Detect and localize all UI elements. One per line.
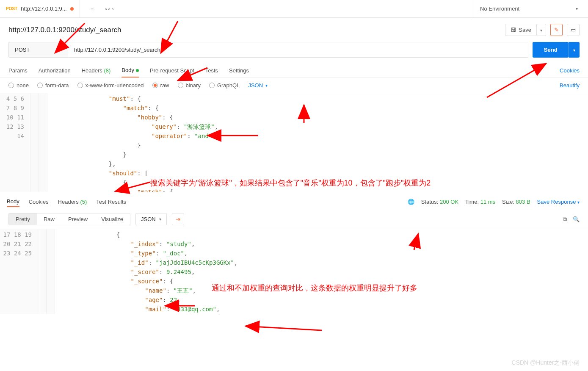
- tab-params[interactable]: Params: [8, 64, 28, 77]
- tab-title: http://127.0.0.1:9...: [21, 6, 66, 12]
- tab-headers[interactable]: Headers (8): [82, 64, 111, 77]
- view-mode-segment: Pretty Raw Preview Visualize: [8, 213, 130, 225]
- wrap-lines-icon[interactable]: ⇥: [172, 213, 184, 225]
- fold-column2: [47, 229, 55, 314]
- tab-authorization[interactable]: Authorization: [39, 64, 71, 77]
- tab-settings[interactable]: Settings: [229, 64, 249, 77]
- resp-tab-tests[interactable]: Test Results: [96, 197, 126, 207]
- request-header: http://127.0.0.1:9200/study/_search 🖫 Sa…: [0, 18, 588, 42]
- radio-none[interactable]: none: [8, 82, 29, 89]
- body-type-row: none form-data x-www-form-urlencoded raw…: [0, 78, 588, 93]
- send-button[interactable]: Send: [533, 42, 569, 58]
- cookies-link[interactable]: Cookies: [560, 67, 580, 74]
- seg-preview[interactable]: Preview: [61, 213, 94, 225]
- request-tabs: Params Authorization Headers (8) Body Pr…: [0, 64, 588, 78]
- body-active-dot-icon: [136, 69, 139, 72]
- url-input[interactable]: http://127.0.0.1:9200/study/_search: [68, 42, 528, 58]
- tab-method: POST: [6, 6, 17, 11]
- tab-body[interactable]: Body: [121, 64, 139, 78]
- search-icon[interactable]: 🔍: [573, 216, 580, 223]
- radio-raw[interactable]: raw: [152, 82, 169, 89]
- radio-formdata[interactable]: form-data: [37, 82, 69, 89]
- save-dropdown[interactable]: ▾: [537, 24, 546, 36]
- unsaved-dot-icon: [70, 7, 74, 11]
- url-row: POST ▾ http://127.0.0.1:9200/study/_sear…: [0, 42, 588, 64]
- size-label: Size: 803 B: [502, 199, 530, 205]
- code-body: { "_index": "study", "_type": "_doc", "_…: [55, 229, 588, 314]
- response-format-select[interactable]: JSON▾: [135, 213, 167, 225]
- request-tab[interactable]: POST http://127.0.0.1:9...: [0, 0, 80, 17]
- tab-tests[interactable]: Tests: [205, 64, 218, 77]
- response-body-viewer[interactable]: 17 18 19 20 21 22 23 24 25 { "_index": "…: [0, 229, 588, 314]
- tab-actions: ＋ ∘∘∘: [80, 5, 114, 13]
- line-gutter: 4 5 6 7 8 9 10 11 12 13 14: [0, 93, 30, 192]
- comment-icon[interactable]: ▭: [567, 24, 580, 36]
- radio-xform[interactable]: x-www-form-urlencoded: [77, 82, 144, 89]
- radio-graphql[interactable]: GraphQL: [209, 82, 240, 89]
- globe-icon[interactable]: 🌐: [408, 199, 414, 205]
- new-tab-icon[interactable]: ＋: [89, 5, 95, 13]
- response-tabs: Body Cookies Headers (5) Test Results 🌐 …: [0, 192, 588, 210]
- chevron-down-icon: ▾: [60, 47, 62, 52]
- copy-icon[interactable]: ⧉: [563, 216, 567, 223]
- chevron-down-icon: ▾: [576, 6, 578, 11]
- fold-column: [38, 229, 47, 314]
- tab-prerequest[interactable]: Pre-request Script: [150, 64, 194, 77]
- radio-binary[interactable]: binary: [178, 82, 201, 89]
- environment-select[interactable]: No Environment ▾: [474, 0, 584, 17]
- body-format-select[interactable]: JSON▾: [248, 82, 268, 89]
- watermark: CSDN @Hunter之-西小佬: [512, 359, 580, 367]
- fold-column: [30, 93, 39, 192]
- request-title: http://127.0.0.1:9200/study/_search: [8, 26, 121, 34]
- tab-bar: POST http://127.0.0.1:9... ＋ ∘∘∘ No Envi…: [0, 0, 588, 18]
- seg-pretty[interactable]: Pretty: [9, 213, 37, 225]
- seg-visualize[interactable]: Visualize: [94, 213, 130, 225]
- time-label: Time: 11 ms: [465, 199, 495, 205]
- save-button[interactable]: 🖫 Save: [505, 24, 537, 36]
- status-label: Status: 200 OK: [421, 199, 458, 205]
- line-gutter: 17 18 19 20 21 22 23 24 25: [0, 229, 38, 314]
- method-select[interactable]: POST ▾: [8, 42, 68, 58]
- code-body[interactable]: "must": { "match": { "hobby": { "query":…: [47, 93, 588, 192]
- request-body-editor[interactable]: 4 5 6 7 8 9 10 11 12 13 14 "must": { "ma…: [0, 93, 588, 192]
- beautify-link[interactable]: Beautify: [560, 82, 580, 89]
- fold-column2: [39, 93, 47, 192]
- resp-tab-headers[interactable]: Headers (5): [58, 197, 87, 207]
- save-icon: 🖫: [511, 27, 516, 33]
- more-tabs-icon[interactable]: ∘∘∘: [104, 6, 114, 12]
- edit-icon[interactable]: ✎: [550, 24, 563, 36]
- seg-raw[interactable]: Raw: [37, 213, 61, 225]
- response-tools: Pretty Raw Preview Visualize JSON▾ ⇥ ⧉ 🔍: [0, 210, 588, 229]
- save-response[interactable]: Save Response ▾: [537, 199, 580, 205]
- environment-label: No Environment: [480, 6, 519, 12]
- svg-line-10: [246, 326, 322, 330]
- resp-tab-cookies[interactable]: Cookies: [29, 197, 49, 207]
- send-dropdown[interactable]: ▾: [569, 42, 580, 58]
- resp-tab-body[interactable]: Body: [7, 197, 19, 207]
